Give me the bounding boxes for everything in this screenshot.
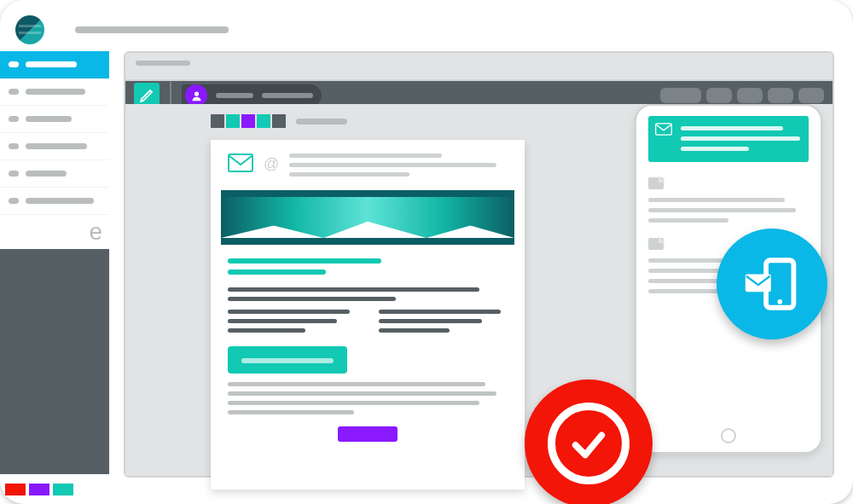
- mail-phone-icon: [740, 252, 804, 316]
- status-badge-complete: [525, 379, 653, 504]
- svg-point-0: [194, 91, 198, 96]
- palette-swatch[interactable]: [272, 114, 286, 128]
- email-banner-bottom: [221, 238, 514, 245]
- mail-icon: [655, 123, 672, 136]
- mobile-section: [648, 177, 809, 223]
- email-body: [211, 245, 525, 449]
- email-preview[interactable]: @: [211, 140, 525, 490]
- sidebar-item[interactable]: [0, 133, 109, 160]
- pencil-icon: [139, 88, 154, 103]
- sidebar-item[interactable]: [0, 78, 109, 106]
- editor-title-bar: [125, 61, 833, 81]
- check-icon: [569, 424, 608, 463]
- swatch-purple[interactable]: [29, 484, 49, 495]
- toolbar-slot[interactable]: [798, 88, 824, 103]
- title-bar: [15, 15, 838, 41]
- color-palette: [211, 114, 347, 128]
- svg-rect-1: [229, 154, 252, 171]
- toolbar-slot[interactable]: [706, 88, 732, 103]
- email-footer-button[interactable]: [338, 426, 397, 442]
- toolbar-slot[interactable]: [768, 88, 793, 103]
- sidebar-item[interactable]: [0, 188, 109, 215]
- svg-point-4: [777, 299, 782, 304]
- mobile-mail-card[interactable]: [648, 116, 809, 162]
- at-symbol: @: [264, 154, 279, 174]
- app-title-placeholder: [75, 26, 229, 33]
- swatch-teal[interactable]: [53, 484, 73, 495]
- mobile-home-button[interactable]: [721, 428, 736, 443]
- palette-swatch[interactable]: [226, 114, 240, 128]
- sidebar-cutoff-letter: e: [0, 215, 109, 249]
- svg-rect-5: [746, 274, 771, 292]
- sidebar-item[interactable]: [0, 160, 109, 188]
- toolbar-slot[interactable]: [660, 88, 701, 103]
- folder-icon: [648, 177, 664, 189]
- toolbar-right-group: [660, 88, 824, 103]
- toolbar-slot[interactable]: [737, 88, 763, 103]
- swatch-red[interactable]: [5, 484, 26, 495]
- status-badge-mobile-mail: [717, 229, 827, 339]
- email-banner-image: [221, 197, 514, 238]
- svg-rect-2: [656, 124, 672, 135]
- palette-label: [296, 119, 347, 125]
- palette-swatch[interactable]: [211, 114, 224, 128]
- email-cta-button[interactable]: [228, 346, 347, 374]
- app-window: e: [0, 0, 853, 504]
- email-two-column: [228, 310, 508, 338]
- app-logo-icon: [15, 15, 44, 44]
- sidebar: e: [0, 51, 109, 474]
- email-header: @: [211, 140, 525, 190]
- email-banner-top: [221, 190, 514, 197]
- palette-swatch[interactable]: [257, 114, 270, 128]
- mail-icon: [228, 154, 253, 176]
- folder-icon: [648, 238, 664, 250]
- sidebar-item[interactable]: [0, 51, 109, 78]
- sidebar-item[interactable]: [0, 106, 109, 133]
- footer-color-swatches: [0, 484, 73, 495]
- palette-swatch[interactable]: [241, 114, 255, 128]
